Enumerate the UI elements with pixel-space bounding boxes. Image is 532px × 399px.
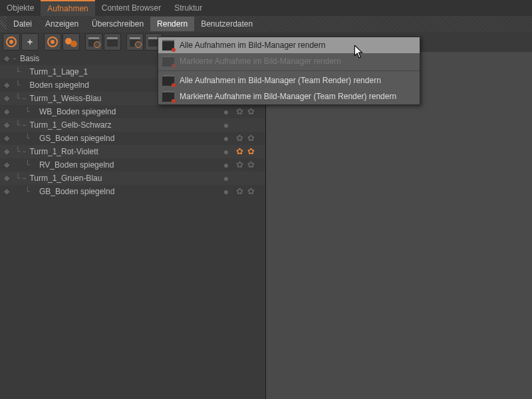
collapse-toggle[interactable]: − — [20, 148, 28, 155]
tree-indent: └ — [11, 174, 20, 183]
menu-anzeigen[interactable]: Anzeigen — [39, 17, 85, 31]
row-handle-icon[interactable]: ✥ — [3, 188, 11, 196]
tab-aufnahmen[interactable]: Aufnahmen — [41, 0, 94, 16]
row-handle-icon[interactable]: ✥ — [3, 148, 11, 156]
override-gear-icon[interactable] — [247, 147, 257, 156]
collapse-toggle[interactable]: − — [20, 175, 28, 182]
tree-indent: └ — [11, 67, 20, 76]
menu-datei[interactable]: Datei — [7, 17, 39, 31]
render-icon — [162, 91, 174, 102]
dd-render-marked-team[interactable]: Markierte Aufnahme im Bild-Manager (Team… — [158, 88, 420, 104]
tree-indent: └ — [11, 120, 20, 130]
tree-indent: └ — [11, 147, 20, 156]
dd-render-marked: Markierte Aufnahme im Bild-Manager rende… — [158, 53, 420, 69]
dd-render-all[interactable]: Alle Aufnahmen im Bild-Manager rendern — [158, 37, 420, 53]
row-name[interactable]: GB_Boden spiegelnd — [38, 187, 220, 196]
menu-bar: Datei Anzeigen Überschreiben Rendern Ben… — [0, 16, 532, 32]
tree-indent: └ — [11, 187, 30, 196]
row-icons — [232, 147, 265, 156]
tree-indent: └ — [11, 107, 30, 116]
row-icons — [232, 107, 265, 116]
grip-icon[interactable] — [0, 16, 7, 32]
visibility-dot[interactable]: ● — [220, 133, 232, 144]
tree-row[interactable]: ✥ └−Turm_1_Rot-Violett● — [0, 145, 265, 158]
row-icons — [232, 134, 265, 143]
tree-indent: └ — [11, 94, 20, 103]
override-gear-icon[interactable] — [236, 160, 245, 170]
visibility-dot[interactable]: ● — [220, 173, 232, 184]
row-handle-icon[interactable]: ✥ — [3, 122, 11, 129]
tree-indent: └ — [11, 160, 30, 170]
render-dropdown: Alle Aufnahmen im Bild-Manager rendern M… — [158, 37, 420, 105]
row-name[interactable]: GS_Boden spiegelnd — [38, 134, 220, 143]
menu-ueberschreiben[interactable]: Überschreiben — [85, 17, 150, 31]
row-handle-icon[interactable]: ✥ — [3, 175, 11, 182]
render-icon — [162, 40, 174, 51]
visibility-dot[interactable]: ● — [220, 146, 232, 157]
dd-label: Markierte Aufnahme im Bild-Manager (Team… — [180, 92, 396, 101]
tree-row[interactable]: ✥ └RV_Boden spiegelnd● — [0, 158, 265, 172]
row-handle-icon[interactable]: ✥ — [3, 55, 11, 63]
tree-row[interactable]: ✥ └−Turm_1_Gruen-Blau● — [0, 172, 265, 185]
row-name[interactable]: RV_Boden spiegelnd — [38, 160, 220, 170]
tree-indent: └ — [11, 80, 20, 90]
tool-add-take[interactable] — [3, 33, 20, 51]
tab-content-browser[interactable]: Content Browser — [95, 0, 168, 16]
override-gear-icon[interactable] — [247, 160, 257, 170]
render-icon — [162, 56, 174, 66]
row-icons — [232, 187, 265, 196]
override-gear-icon[interactable] — [236, 187, 245, 196]
override-gear-icon[interactable] — [236, 147, 245, 156]
tree-row[interactable]: ✥ └−Turm_1_Gelb-Schwarz● — [0, 118, 265, 132]
dd-label: Alle Aufnahmen im Bild-Manager rendern — [180, 41, 325, 50]
tool-add-plus[interactable]: + — [21, 33, 39, 51]
override-gear-icon[interactable] — [236, 134, 245, 143]
separator — [158, 70, 420, 71]
tree-row[interactable]: ✥ └WB_Boden spiegelnd● — [0, 105, 265, 118]
visibility-dot[interactable]: ● — [220, 160, 232, 170]
take-icon — [6, 37, 17, 47]
tab-struktur[interactable]: Struktur — [168, 0, 209, 16]
override-gear-icon[interactable] — [247, 107, 257, 116]
tool-spheres[interactable] — [63, 33, 80, 51]
row-handle-icon[interactable]: ✥ — [3, 108, 11, 116]
tool-clap-1[interactable] — [85, 33, 102, 51]
tool-target[interactable] — [44, 33, 61, 51]
row-handle-icon[interactable]: ✥ — [3, 135, 11, 142]
visibility-dot[interactable]: ● — [220, 120, 232, 130]
visibility-dot[interactable]: ● — [220, 186, 232, 197]
override-gear-icon[interactable] — [247, 187, 257, 196]
top-tabs: Objekte Aufnahmen Content Browser Strukt… — [0, 0, 532, 16]
row-name[interactable]: Turm_1_Gruen-Blau — [28, 174, 220, 183]
dd-label: Markierte Aufnahme im Bild-Manager rende… — [180, 57, 341, 66]
menu-benutzerdaten[interactable]: Benutzerdaten — [194, 17, 259, 31]
tab-objekte[interactable]: Objekte — [0, 0, 41, 16]
clapper-icon — [88, 37, 99, 47]
plus-icon: + — [27, 37, 33, 47]
row-name[interactable]: Turm_1_Rot-Violett — [28, 147, 220, 156]
dd-label: Alle Aufnahmen im Bild-Manager (Team Ren… — [180, 76, 381, 85]
tree-indent: └ — [11, 134, 30, 143]
row-handle-icon[interactable]: ✥ — [3, 82, 11, 89]
row-name[interactable]: WB_Boden spiegelnd — [38, 107, 220, 116]
collapse-toggle[interactable]: − — [11, 55, 19, 62]
tool-clap-3[interactable] — [126, 33, 144, 51]
spheres-icon — [65, 37, 77, 47]
collapse-toggle[interactable]: − — [20, 95, 28, 102]
tree-row[interactable]: ✥ └GB_Boden spiegelnd● — [0, 185, 265, 198]
override-gear-icon[interactable] — [247, 134, 257, 143]
target-icon — [47, 37, 58, 47]
dd-render-all-team[interactable]: Alle Aufnahmen im Bild-Manager (Team Ren… — [158, 72, 420, 88]
row-handle-icon[interactable]: ✥ — [3, 162, 11, 169]
collapse-toggle[interactable]: − — [20, 122, 28, 128]
row-handle-icon[interactable]: ✥ — [3, 95, 11, 102]
row-name[interactable]: Turm_1_Gelb-Schwarz — [28, 120, 220, 130]
visibility-dot[interactable]: ● — [220, 106, 232, 117]
render-icon — [162, 75, 174, 86]
tool-clap-2[interactable] — [104, 33, 121, 51]
override-gear-icon[interactable] — [236, 107, 245, 116]
menu-rendern[interactable]: Rendern — [150, 17, 194, 31]
tree-row[interactable]: ✥ └GS_Boden spiegelnd● — [0, 132, 265, 145]
row-icons — [232, 160, 265, 170]
clapper-icon — [130, 37, 140, 47]
